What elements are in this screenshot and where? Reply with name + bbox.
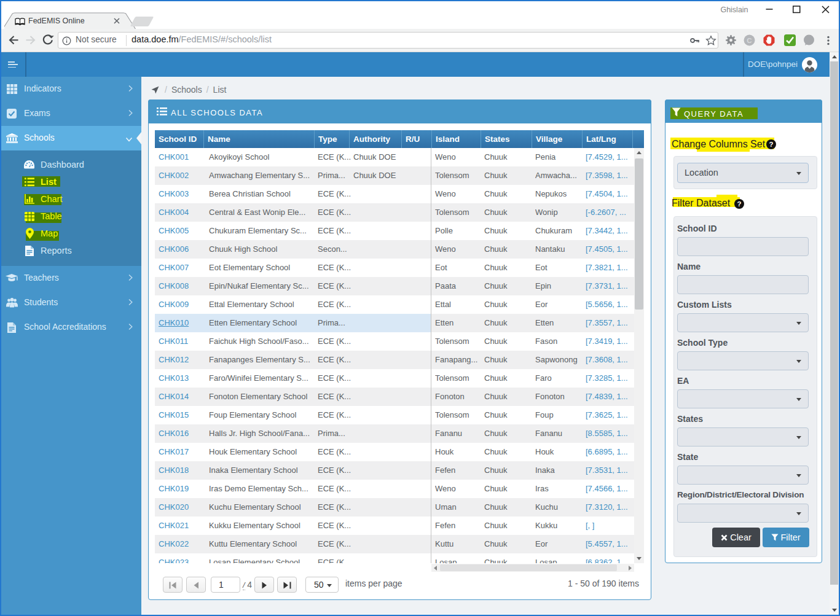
svg-text:C: C (747, 37, 752, 44)
